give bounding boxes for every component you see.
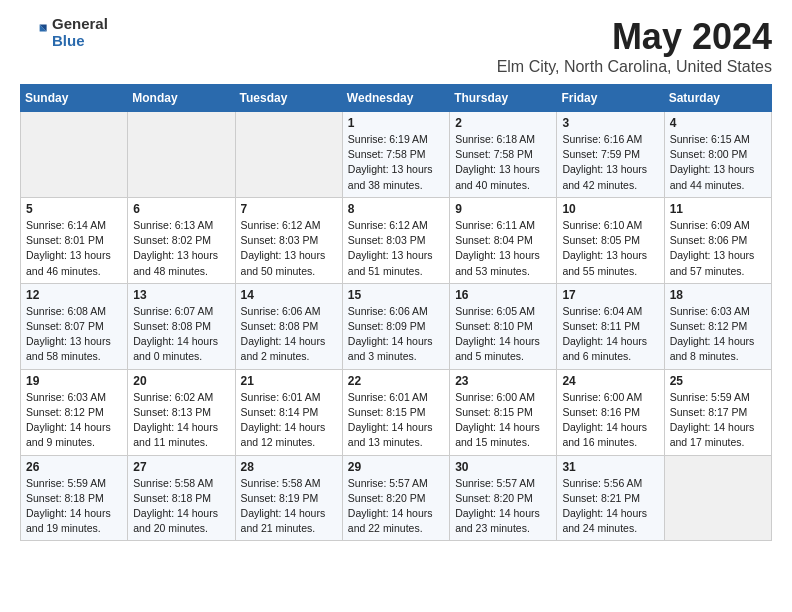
day-cell: 11Sunrise: 6:09 AMSunset: 8:06 PMDayligh… <box>664 197 771 283</box>
day-cell: 23Sunrise: 6:00 AMSunset: 8:15 PMDayligh… <box>450 369 557 455</box>
day-number: 25 <box>670 374 766 388</box>
col-header-thursday: Thursday <box>450 85 557 112</box>
day-content: Sunrise: 5:58 AMSunset: 8:19 PMDaylight:… <box>241 476 337 537</box>
day-number: 12 <box>26 288 122 302</box>
day-cell: 8Sunrise: 6:12 AMSunset: 8:03 PMDaylight… <box>342 197 449 283</box>
day-cell: 2Sunrise: 6:18 AMSunset: 7:58 PMDaylight… <box>450 112 557 198</box>
day-content: Sunrise: 6:07 AMSunset: 8:08 PMDaylight:… <box>133 304 229 365</box>
week-row-3: 12Sunrise: 6:08 AMSunset: 8:07 PMDayligh… <box>21 283 772 369</box>
day-cell: 29Sunrise: 5:57 AMSunset: 8:20 PMDayligh… <box>342 455 449 541</box>
day-cell: 1Sunrise: 6:19 AMSunset: 7:58 PMDaylight… <box>342 112 449 198</box>
day-content: Sunrise: 6:13 AMSunset: 8:02 PMDaylight:… <box>133 218 229 279</box>
main-title: May 2024 <box>497 16 772 58</box>
day-number: 8 <box>348 202 444 216</box>
day-content: Sunrise: 5:59 AMSunset: 8:18 PMDaylight:… <box>26 476 122 537</box>
day-content: Sunrise: 6:00 AMSunset: 8:16 PMDaylight:… <box>562 390 658 451</box>
day-number: 27 <box>133 460 229 474</box>
day-cell <box>664 455 771 541</box>
day-cell: 5Sunrise: 6:14 AMSunset: 8:01 PMDaylight… <box>21 197 128 283</box>
day-number: 6 <box>133 202 229 216</box>
day-cell <box>235 112 342 198</box>
day-content: Sunrise: 6:12 AMSunset: 8:03 PMDaylight:… <box>348 218 444 279</box>
day-content: Sunrise: 6:06 AMSunset: 8:08 PMDaylight:… <box>241 304 337 365</box>
day-number: 19 <box>26 374 122 388</box>
day-content: Sunrise: 5:59 AMSunset: 8:17 PMDaylight:… <box>670 390 766 451</box>
day-number: 24 <box>562 374 658 388</box>
day-cell: 24Sunrise: 6:00 AMSunset: 8:16 PMDayligh… <box>557 369 664 455</box>
day-cell: 15Sunrise: 6:06 AMSunset: 8:09 PMDayligh… <box>342 283 449 369</box>
day-cell: 16Sunrise: 6:05 AMSunset: 8:10 PMDayligh… <box>450 283 557 369</box>
week-row-2: 5Sunrise: 6:14 AMSunset: 8:01 PMDaylight… <box>21 197 772 283</box>
day-cell: 20Sunrise: 6:02 AMSunset: 8:13 PMDayligh… <box>128 369 235 455</box>
day-number: 15 <box>348 288 444 302</box>
day-cell: 3Sunrise: 6:16 AMSunset: 7:59 PMDaylight… <box>557 112 664 198</box>
day-number: 17 <box>562 288 658 302</box>
col-header-sunday: Sunday <box>21 85 128 112</box>
day-cell: 17Sunrise: 6:04 AMSunset: 8:11 PMDayligh… <box>557 283 664 369</box>
day-cell <box>128 112 235 198</box>
day-number: 16 <box>455 288 551 302</box>
day-content: Sunrise: 6:10 AMSunset: 8:05 PMDaylight:… <box>562 218 658 279</box>
col-header-friday: Friday <box>557 85 664 112</box>
day-cell: 30Sunrise: 5:57 AMSunset: 8:20 PMDayligh… <box>450 455 557 541</box>
day-content: Sunrise: 6:05 AMSunset: 8:10 PMDaylight:… <box>455 304 551 365</box>
day-number: 1 <box>348 116 444 130</box>
week-row-1: 1Sunrise: 6:19 AMSunset: 7:58 PMDaylight… <box>21 112 772 198</box>
logo-text: General Blue <box>52 16 108 49</box>
day-number: 20 <box>133 374 229 388</box>
day-cell: 21Sunrise: 6:01 AMSunset: 8:14 PMDayligh… <box>235 369 342 455</box>
day-content: Sunrise: 6:03 AMSunset: 8:12 PMDaylight:… <box>26 390 122 451</box>
day-content: Sunrise: 6:04 AMSunset: 8:11 PMDaylight:… <box>562 304 658 365</box>
day-number: 14 <box>241 288 337 302</box>
day-cell: 27Sunrise: 5:58 AMSunset: 8:18 PMDayligh… <box>128 455 235 541</box>
day-cell: 7Sunrise: 6:12 AMSunset: 8:03 PMDaylight… <box>235 197 342 283</box>
page-header: General Blue May 2024 Elm City, North Ca… <box>20 16 772 76</box>
day-content: Sunrise: 5:58 AMSunset: 8:18 PMDaylight:… <box>133 476 229 537</box>
day-number: 30 <box>455 460 551 474</box>
logo-icon <box>20 19 48 47</box>
day-cell: 10Sunrise: 6:10 AMSunset: 8:05 PMDayligh… <box>557 197 664 283</box>
col-header-monday: Monday <box>128 85 235 112</box>
day-content: Sunrise: 6:16 AMSunset: 7:59 PMDaylight:… <box>562 132 658 193</box>
day-cell: 13Sunrise: 6:07 AMSunset: 8:08 PMDayligh… <box>128 283 235 369</box>
day-cell: 18Sunrise: 6:03 AMSunset: 8:12 PMDayligh… <box>664 283 771 369</box>
day-number: 13 <box>133 288 229 302</box>
day-number: 7 <box>241 202 337 216</box>
day-content: Sunrise: 6:00 AMSunset: 8:15 PMDaylight:… <box>455 390 551 451</box>
day-cell: 12Sunrise: 6:08 AMSunset: 8:07 PMDayligh… <box>21 283 128 369</box>
calendar-table: SundayMondayTuesdayWednesdayThursdayFrid… <box>20 84 772 541</box>
day-number: 21 <box>241 374 337 388</box>
week-row-4: 19Sunrise: 6:03 AMSunset: 8:12 PMDayligh… <box>21 369 772 455</box>
col-header-saturday: Saturday <box>664 85 771 112</box>
day-cell: 26Sunrise: 5:59 AMSunset: 8:18 PMDayligh… <box>21 455 128 541</box>
day-number: 3 <box>562 116 658 130</box>
day-number: 5 <box>26 202 122 216</box>
day-number: 4 <box>670 116 766 130</box>
day-cell: 31Sunrise: 5:56 AMSunset: 8:21 PMDayligh… <box>557 455 664 541</box>
day-content: Sunrise: 6:08 AMSunset: 8:07 PMDaylight:… <box>26 304 122 365</box>
day-cell: 28Sunrise: 5:58 AMSunset: 8:19 PMDayligh… <box>235 455 342 541</box>
day-content: Sunrise: 6:19 AMSunset: 7:58 PMDaylight:… <box>348 132 444 193</box>
day-cell <box>21 112 128 198</box>
day-number: 28 <box>241 460 337 474</box>
day-cell: 19Sunrise: 6:03 AMSunset: 8:12 PMDayligh… <box>21 369 128 455</box>
day-cell: 4Sunrise: 6:15 AMSunset: 8:00 PMDaylight… <box>664 112 771 198</box>
col-header-wednesday: Wednesday <box>342 85 449 112</box>
day-content: Sunrise: 6:18 AMSunset: 7:58 PMDaylight:… <box>455 132 551 193</box>
day-cell: 6Sunrise: 6:13 AMSunset: 8:02 PMDaylight… <box>128 197 235 283</box>
day-cell: 22Sunrise: 6:01 AMSunset: 8:15 PMDayligh… <box>342 369 449 455</box>
day-number: 22 <box>348 374 444 388</box>
day-content: Sunrise: 6:03 AMSunset: 8:12 PMDaylight:… <box>670 304 766 365</box>
day-content: Sunrise: 5:57 AMSunset: 8:20 PMDaylight:… <box>455 476 551 537</box>
day-number: 11 <box>670 202 766 216</box>
day-number: 18 <box>670 288 766 302</box>
header-row: SundayMondayTuesdayWednesdayThursdayFrid… <box>21 85 772 112</box>
day-content: Sunrise: 5:57 AMSunset: 8:20 PMDaylight:… <box>348 476 444 537</box>
day-content: Sunrise: 6:14 AMSunset: 8:01 PMDaylight:… <box>26 218 122 279</box>
logo-blue: Blue <box>52 33 108 50</box>
day-content: Sunrise: 6:01 AMSunset: 8:15 PMDaylight:… <box>348 390 444 451</box>
day-number: 29 <box>348 460 444 474</box>
col-header-tuesday: Tuesday <box>235 85 342 112</box>
day-content: Sunrise: 5:56 AMSunset: 8:21 PMDaylight:… <box>562 476 658 537</box>
title-block: May 2024 Elm City, North Carolina, Unite… <box>497 16 772 76</box>
